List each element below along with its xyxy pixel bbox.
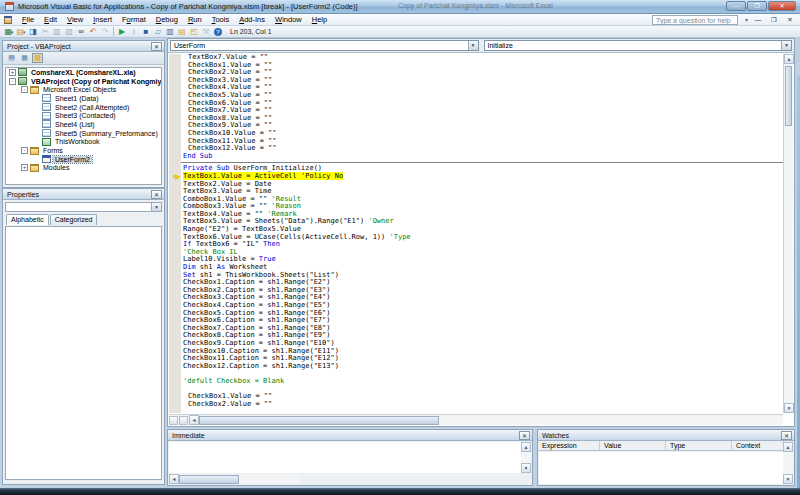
background-window-title: Copy of Parichat Kongmiya.xlsm - Microso… (398, 2, 553, 9)
close-button[interactable]: ✕ (768, 1, 796, 11)
app-icon (5, 2, 14, 11)
watches-column-type[interactable]: Type (666, 441, 732, 450)
chevron-down-icon[interactable]: ▼ (781, 41, 791, 50)
collapse-icon[interactable]: - (21, 147, 28, 154)
collapse-icon[interactable]: - (21, 86, 28, 93)
watches-column-value[interactable]: Value (600, 441, 666, 450)
tree-item[interactable]: -Microsoft Excel Objects (6, 85, 161, 94)
tree-item[interactable]: Sheet1 (Data) (6, 94, 161, 103)
menu-edit[interactable]: Edit (39, 14, 62, 25)
project-explorer-icon[interactable]: ▥ (164, 26, 176, 37)
mdi-restore-button[interactable]: ❐ (768, 15, 780, 25)
menu-view[interactable]: View (62, 14, 88, 25)
chevron-down-icon[interactable]: ▼ (151, 203, 161, 211)
reset-icon[interactable]: ■ (140, 26, 152, 37)
tree-item-label: Sheet2 (Call Attempted) (53, 104, 131, 111)
properties-list[interactable] (5, 226, 162, 480)
procedure-dropdown[interactable]: Initialize ▼ (484, 40, 793, 51)
view-object-icon[interactable]: ▦ (19, 53, 30, 63)
tree-item[interactable]: ThisWorkbook (6, 138, 161, 147)
object-dropdown[interactable]: UserForm ▼ (170, 40, 479, 51)
undo-icon[interactable]: ↶ (87, 26, 99, 37)
scroll-up-icon[interactable]: ▲ (521, 442, 531, 452)
run-icon[interactable]: ▶ (116, 26, 128, 37)
find-icon[interactable]: ∞ (75, 26, 87, 37)
help-icon[interactable]: ? (212, 26, 224, 37)
tree-item[interactable]: Sheet3 (Contacted) (6, 111, 161, 120)
procedure-view-button[interactable] (169, 416, 178, 425)
watches-vertical-scrollbar[interactable]: ▲ ▼ (783, 442, 793, 484)
watches-column-expression[interactable]: Expression (538, 441, 600, 450)
tree-item[interactable]: +Modules (6, 164, 161, 173)
immediate-input-area[interactable] (169, 442, 521, 473)
save-icon[interactable]: ◨ (27, 26, 39, 37)
scroll-up-icon[interactable]: ▲ (784, 54, 794, 64)
collapse-icon[interactable]: - (9, 78, 16, 85)
mdi-minimize-button[interactable]: — (752, 15, 764, 25)
scrollbar-thumb[interactable] (179, 475, 239, 484)
tree-item[interactable]: -Forms (6, 146, 161, 155)
watches-column-context[interactable]: Context (732, 441, 784, 450)
immediate-panel-close-icon[interactable]: ✕ (519, 431, 530, 440)
scroll-down-icon[interactable]: ▼ (784, 403, 794, 413)
vba-form-icon (4, 16, 12, 24)
design-mode-icon[interactable]: ▱ (152, 26, 164, 37)
expand-icon[interactable]: + (21, 164, 28, 171)
menu-insert[interactable]: Insert (88, 14, 117, 25)
scroll-up-icon[interactable]: ▲ (783, 442, 793, 452)
menu-debug[interactable]: Debug (151, 14, 183, 25)
break-icon: ‖ (128, 26, 140, 37)
menu-help[interactable]: Help (307, 14, 332, 25)
immediate-panel-header: Immediate ✕ (168, 430, 532, 441)
scroll-left-icon[interactable]: ◄ (169, 474, 179, 484)
watches-panel-close-icon[interactable]: ✕ (781, 431, 792, 440)
view-excel-icon[interactable]: ▦▾ (3, 26, 15, 37)
scroll-down-icon[interactable]: ▼ (521, 463, 531, 473)
project-tree: +ComshareXL (ComshareXL.xla)-VBAProject … (5, 67, 162, 185)
immediate-horizontal-scrollbar[interactable]: ◄ (169, 474, 299, 484)
menu-window[interactable]: Window (270, 14, 307, 25)
mdi-close-button[interactable]: ✕ (784, 15, 796, 25)
object-browser-icon[interactable]: ◰ (188, 26, 200, 37)
title-bar: Microsoft Visual Basic for Applications … (0, 0, 800, 14)
tree-item[interactable]: Sheet2 (Call Attempted) (6, 103, 161, 112)
scrollbar-thumb[interactable] (199, 416, 439, 425)
sheet-icon (42, 94, 51, 102)
immediate-vertical-scrollbar[interactable]: ▲ ▼ (521, 442, 531, 473)
code-vertical-scrollbar[interactable]: ▲ ▼ (783, 54, 793, 413)
properties-panel-close-icon[interactable]: ✕ (151, 190, 162, 199)
expand-icon[interactable]: + (9, 69, 16, 76)
tree-item[interactable]: +ComshareXL (ComshareXL.xla) (6, 68, 161, 77)
chevron-down-icon[interactable]: ▼ (468, 41, 478, 50)
toolbar-separator (113, 27, 114, 36)
properties-window-icon[interactable]: ▤ (176, 26, 188, 37)
maximize-button[interactable]: ❐ (747, 1, 767, 11)
code-horizontal-scrollbar[interactable]: ◄ (169, 414, 783, 425)
help-dropdown-icon[interactable]: ▾ (745, 16, 748, 23)
insert-userform-icon[interactable]: ▤▾ (15, 26, 27, 37)
menu-add-ins[interactable]: Add-Ins (234, 14, 270, 25)
project-icon (18, 77, 27, 85)
tree-item[interactable]: UserForm2 (6, 155, 161, 164)
scrollbar-thumb[interactable] (785, 66, 792, 126)
view-code-icon[interactable]: ▤ (6, 53, 17, 63)
tree-item[interactable]: Sheet4 (List) (6, 120, 161, 129)
scroll-left-icon[interactable]: ◄ (189, 415, 199, 425)
tab-alphabetic[interactable]: Alphabetic (6, 214, 49, 225)
tree-item[interactable]: Sheet5 (Summary_Preformance) (6, 129, 161, 138)
help-search-input[interactable]: Type a question for help (652, 15, 738, 25)
tree-item[interactable]: -VBAProject (Copy of Parichat Kongmiya.x… (6, 77, 161, 86)
minimize-button[interactable]: — (726, 1, 746, 11)
menu-file[interactable]: File (17, 14, 39, 25)
menu-run[interactable]: Run (183, 14, 207, 25)
toggle-folders-icon[interactable]: ▨ (32, 53, 43, 63)
full-module-view-button[interactable] (179, 416, 188, 425)
code-editor[interactable]: TextBox7.Value = ""CheckBox1.Value = ""C… (169, 54, 783, 413)
tab-categorized[interactable]: Categorized (50, 214, 98, 225)
project-panel-close-icon[interactable]: ✕ (151, 42, 162, 51)
menu-format[interactable]: Format (117, 14, 151, 25)
properties-object-dropdown[interactable]: ▼ (5, 202, 162, 212)
scroll-down-icon[interactable]: ▼ (783, 474, 793, 484)
menu-tools[interactable]: Tools (207, 14, 235, 25)
watches-list[interactable] (539, 452, 783, 484)
